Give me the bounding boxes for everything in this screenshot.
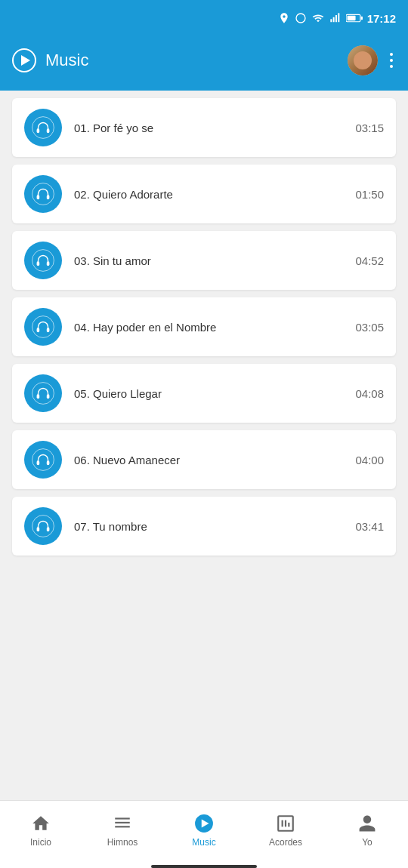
svg-rect-31 xyxy=(115,826,130,827)
svg-rect-28 xyxy=(47,527,50,531)
song-item[interactable]: 06. Nuevo Amanecer 04:00 xyxy=(12,430,396,489)
song-duration: 04:52 xyxy=(355,254,384,267)
acordes-icon xyxy=(275,813,296,834)
music-label: Music xyxy=(192,837,215,848)
avatar-image xyxy=(348,45,378,75)
song-icon xyxy=(24,507,62,545)
song-list: 01. Por fé yo se 03:15 02. Quiero Adorar… xyxy=(0,91,408,806)
status-bar: 17:12 xyxy=(0,0,408,36)
svg-rect-19 xyxy=(47,328,50,332)
song-duration: 04:00 xyxy=(355,454,384,466)
svg-rect-12 xyxy=(37,195,40,199)
svg-rect-9 xyxy=(37,128,40,133)
song-icon xyxy=(24,308,62,346)
svg-rect-22 xyxy=(47,394,50,399)
svg-point-20 xyxy=(32,383,54,405)
song-title: 03. Sin tu amor xyxy=(74,254,343,267)
himnos-icon xyxy=(112,813,133,834)
app-title: Music xyxy=(45,51,338,70)
nav-item-himnos[interactable]: Himnos xyxy=(82,807,163,854)
song-duration: 03:41 xyxy=(355,520,384,533)
song-icon xyxy=(24,441,62,479)
inicio-icon xyxy=(30,813,51,834)
nav-item-acordes[interactable]: Acordes xyxy=(245,807,326,854)
svg-rect-15 xyxy=(37,261,40,266)
song-title: 06. Nuevo Amanecer xyxy=(74,454,343,466)
himnos-label: Himnos xyxy=(107,837,138,848)
song-duration: 03:15 xyxy=(355,122,384,134)
svg-rect-3 xyxy=(335,15,337,22)
svg-point-17 xyxy=(32,316,54,338)
nav-item-inicio[interactable]: Inicio xyxy=(0,807,82,854)
svg-rect-16 xyxy=(47,261,50,266)
svg-rect-13 xyxy=(47,195,50,199)
svg-point-11 xyxy=(32,183,54,205)
song-title: 07. Tu nombre xyxy=(74,520,343,533)
signal-icon xyxy=(329,12,342,24)
app-bar: Music xyxy=(0,36,408,85)
svg-rect-2 xyxy=(332,17,334,23)
song-title: 01. Por fé yo se xyxy=(74,122,343,134)
svg-rect-1 xyxy=(330,19,332,22)
svg-rect-10 xyxy=(47,128,50,133)
song-duration: 04:08 xyxy=(355,387,384,400)
divider xyxy=(0,85,408,91)
song-duration: 03:05 xyxy=(355,321,384,334)
svg-point-0 xyxy=(296,14,305,23)
song-item[interactable]: 07. Tu nombre 03:41 xyxy=(12,497,396,556)
alarm-icon xyxy=(278,12,290,24)
yo-icon xyxy=(357,813,378,834)
svg-point-23 xyxy=(32,449,54,471)
song-item[interactable]: 04. Hay poder en el Nombre 03:05 xyxy=(12,297,396,356)
song-icon xyxy=(24,175,62,213)
bottom-nav: Inicio Himnos Music Acordes Yo xyxy=(0,800,408,868)
svg-rect-29 xyxy=(115,817,130,819)
play-button[interactable] xyxy=(12,48,36,72)
svg-point-26 xyxy=(32,516,54,537)
play-triangle-icon xyxy=(21,55,30,66)
song-item[interactable]: 01. Por fé yo se 03:15 xyxy=(12,98,396,157)
svg-rect-7 xyxy=(347,16,355,20)
svg-point-14 xyxy=(32,250,54,272)
song-duration: 01:50 xyxy=(355,188,384,201)
svg-rect-30 xyxy=(115,822,130,823)
song-title: 05. Quiero Llegar xyxy=(74,387,343,400)
svg-rect-25 xyxy=(47,460,50,465)
acordes-label: Acordes xyxy=(269,837,302,848)
wifi-icon xyxy=(311,12,325,24)
nav-item-yo[interactable]: Yo xyxy=(326,807,408,854)
song-item[interactable]: 05. Quiero Llegar 04:08 xyxy=(12,364,396,423)
yo-label: Yo xyxy=(362,837,372,848)
status-time: 17:12 xyxy=(367,12,396,25)
song-icon xyxy=(24,374,62,412)
more-button[interactable] xyxy=(387,50,396,71)
svg-rect-24 xyxy=(37,460,40,465)
song-icon xyxy=(24,109,62,146)
battery-icon xyxy=(346,13,363,23)
circle-icon xyxy=(295,12,307,24)
svg-rect-21 xyxy=(37,394,40,399)
song-item[interactable]: 02. Quiero Adorarte 01:50 xyxy=(12,165,396,223)
svg-rect-6 xyxy=(360,17,362,20)
svg-rect-4 xyxy=(338,13,339,22)
nav-item-music[interactable]: Music xyxy=(163,807,245,854)
svg-rect-18 xyxy=(37,328,40,332)
svg-rect-27 xyxy=(37,527,40,531)
music-icon xyxy=(193,813,215,834)
song-title: 04. Hay poder en el Nombre xyxy=(74,321,343,334)
song-item[interactable]: 03. Sin tu amor 04:52 xyxy=(12,231,396,290)
song-icon xyxy=(24,242,62,279)
song-title: 02. Quiero Adorarte xyxy=(74,188,343,201)
svg-point-8 xyxy=(32,117,54,139)
nav-indicator xyxy=(151,865,257,868)
inicio-label: Inicio xyxy=(30,837,51,848)
avatar[interactable] xyxy=(348,45,378,75)
